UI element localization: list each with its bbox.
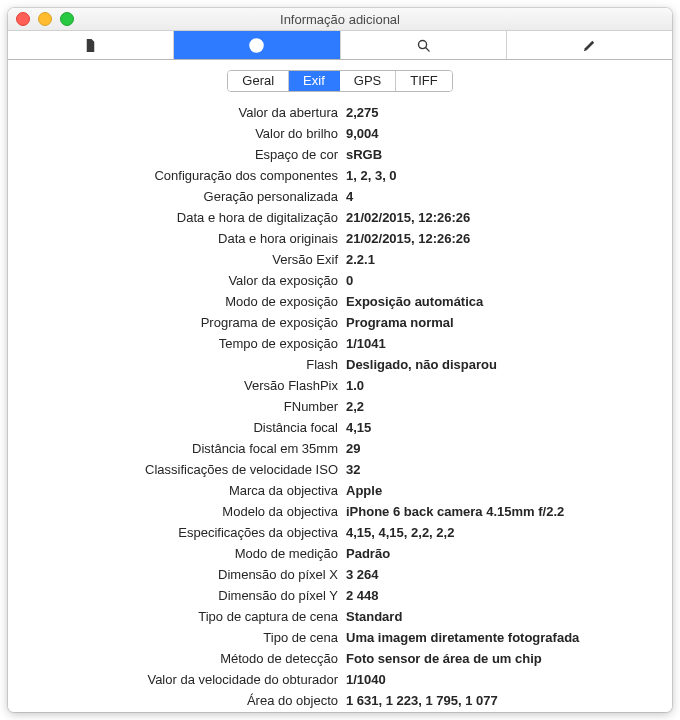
metadata-label: Especificações da objectiva — [8, 522, 346, 543]
metadata-row: Método de detecçãoFoto sensor de área de… — [8, 648, 662, 669]
metadata-label: Distância focal — [8, 417, 346, 438]
metadata-row: Valor da exposição0 — [8, 270, 662, 291]
metadata-value: 9,004 — [346, 123, 662, 144]
metadata-label: Valor da exposição — [8, 270, 346, 291]
tab-geral[interactable]: Geral — [228, 71, 289, 91]
metadata-value: 2,275 — [346, 102, 662, 123]
metadata-row: Data e hora originais21/02/2015, 12:26:2… — [8, 228, 662, 249]
metadata-label: Versão FlashPix — [8, 375, 346, 396]
metadata-label: Valor do brilho — [8, 123, 346, 144]
exif-table: Valor da abertura2,275Valor do brilho9,0… — [8, 98, 672, 712]
tab-exif[interactable]: Exif — [289, 71, 340, 91]
metadata-value: 21/02/2015, 12:26:26 — [346, 207, 662, 228]
toolbar-tab-search[interactable] — [341, 31, 507, 59]
svg-rect-2 — [256, 44, 258, 49]
titlebar: Informação adicional — [8, 8, 672, 31]
metadata-label: Programa de exposição — [8, 312, 346, 333]
doc-icon — [83, 38, 98, 53]
metadata-label: Marca da objectiva — [8, 480, 346, 501]
metadata-row: Valor da abertura2,275 — [8, 102, 662, 123]
metadata-row: Modelo da objectivaiPhone 6 back camera … — [8, 501, 662, 522]
toolbar-tab-edit[interactable] — [507, 31, 672, 59]
metadata-label: Distância focal em 35mm — [8, 438, 346, 459]
metadata-value: 21/02/2015, 12:26:26 — [346, 228, 662, 249]
inspector-window: Informação adicional GeralExifGPSTIFF Va… — [8, 8, 672, 712]
metadata-row: Valor do brilho9,004 — [8, 123, 662, 144]
metadata-label: Modelo da objectiva — [8, 501, 346, 522]
metadata-row: FNumber2,2 — [8, 396, 662, 417]
metadata-row: Área do objecto1 631, 1 223, 1 795, 1 07… — [8, 690, 662, 711]
info-icon — [249, 38, 264, 53]
toolbar — [8, 31, 672, 60]
toolbar-tab-info[interactable] — [174, 31, 340, 59]
window-title: Informação adicional — [8, 12, 672, 27]
metadata-label: Geração personalizada — [8, 186, 346, 207]
metadata-row: Dimensão do píxel X3 264 — [8, 564, 662, 585]
metadata-label: Versão Exif — [8, 249, 346, 270]
metadata-value: 1.0 — [346, 375, 662, 396]
search-icon — [416, 38, 431, 53]
metadata-label: Valor da velocidade do obturador — [8, 669, 346, 690]
metadata-value: Padrão — [346, 543, 662, 564]
metadata-value: 2,2 — [346, 396, 662, 417]
metadata-label: Tipo de captura de cena — [8, 606, 346, 627]
metadata-label: Flash — [8, 354, 346, 375]
metadata-row: Tipo de cenaUma imagem diretamente fotog… — [8, 627, 662, 648]
metadata-row: Geração personalizada4 — [8, 186, 662, 207]
metadata-row: Versão FlashPix1.0 — [8, 375, 662, 396]
metadata-value: 4,15 — [346, 417, 662, 438]
metadata-value: 4 — [346, 186, 662, 207]
metadata-label: Tipo de cena — [8, 627, 346, 648]
metadata-value: 1 631, 1 223, 1 795, 1 077 — [346, 690, 662, 711]
svg-point-1 — [256, 41, 258, 43]
metadata-value: Standard — [346, 606, 662, 627]
metadata-label: Dimensão do píxel Y — [8, 585, 346, 606]
svg-line-4 — [425, 47, 429, 51]
metadata-value: 1/1041 — [346, 333, 662, 354]
metadata-row: Distância focal em 35mm29 — [8, 438, 662, 459]
metadata-row: Dimensão do píxel Y2 448 — [8, 585, 662, 606]
metadata-value: Foto sensor de área de um chip — [346, 648, 662, 669]
metadata-label: Data e hora de digitalização — [8, 207, 346, 228]
metadata-row: Marca da objectivaApple — [8, 480, 662, 501]
metadata-label: Modo de exposição — [8, 291, 346, 312]
metadata-value: 1/1040 — [346, 669, 662, 690]
metadata-label: FNumber — [8, 396, 346, 417]
metadata-value: Programa normal — [346, 312, 662, 333]
metadata-row: Distância focal4,15 — [8, 417, 662, 438]
metadata-value: 29 — [346, 438, 662, 459]
metadata-value: 1, 2, 3, 0 — [346, 165, 662, 186]
metadata-value: Desligado, não disparou — [346, 354, 662, 375]
metadata-value: Exposição automática — [346, 291, 662, 312]
metadata-row: Data e hora de digitalização21/02/2015, … — [8, 207, 662, 228]
metadata-label: Valor da abertura — [8, 102, 346, 123]
metadata-label: Tempo de exposição — [8, 333, 346, 354]
metadata-row: Classificações de velocidade ISO32 — [8, 459, 662, 480]
metadata-row: Versão Exif2.2.1 — [8, 249, 662, 270]
metadata-label: Área do objecto — [8, 690, 346, 711]
edit-icon — [582, 38, 597, 53]
metadata-row: Especificações da objectiva4,15, 4,15, 2… — [8, 522, 662, 543]
metadata-label: Classificações de velocidade ISO — [8, 459, 346, 480]
toolbar-tab-file[interactable] — [8, 31, 174, 59]
metadata-row: Tempo de exposição1/1041 — [8, 333, 662, 354]
metadata-value: 2.2.1 — [346, 249, 662, 270]
metadata-value: 32 — [346, 459, 662, 480]
metadata-value: sRGB — [346, 144, 662, 165]
metadata-value: 2 448 — [346, 585, 662, 606]
metadata-value: iPhone 6 back camera 4.15mm f/2.2 — [346, 501, 662, 522]
metadata-row: Tipo de captura de cenaStandard — [8, 606, 662, 627]
metadata-value: 4,15, 4,15, 2,2, 2,2 — [346, 522, 662, 543]
metadata-label: Modo de medição — [8, 543, 346, 564]
metadata-row: FlashDesligado, não disparou — [8, 354, 662, 375]
metadata-row: Valor da velocidade do obturador1/1040 — [8, 669, 662, 690]
segmented-control: GeralExifGPSTIFF — [227, 70, 452, 92]
metadata-row: Programa de exposiçãoPrograma normal — [8, 312, 662, 333]
metadata-row: Configuração dos componentes1, 2, 3, 0 — [8, 165, 662, 186]
metadata-value: Apple — [346, 480, 662, 501]
metadata-label: Data e hora originais — [8, 228, 346, 249]
metadata-label: Espaço de cor — [8, 144, 346, 165]
tab-tiff[interactable]: TIFF — [396, 71, 451, 91]
tab-gps[interactable]: GPS — [340, 71, 396, 91]
metadata-label: Dimensão do píxel X — [8, 564, 346, 585]
